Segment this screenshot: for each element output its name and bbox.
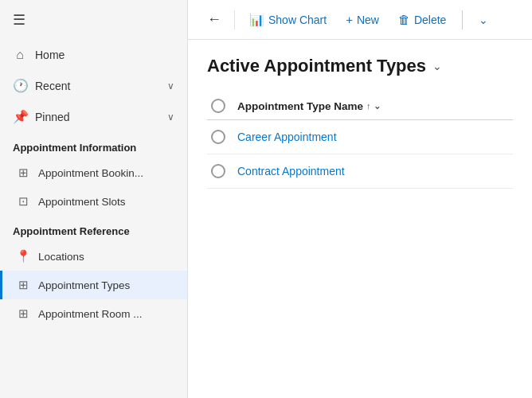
- select-all-checkbox[interactable]: [211, 99, 225, 113]
- sidebar-header: ☰: [0, 0, 187, 40]
- page-title: Active Appointment Types: [207, 56, 426, 76]
- sidebar-item-recent[interactable]: 🕐 Recent ∨: [0, 70, 187, 101]
- sidebar-item-appointment-slots[interactable]: ⊡ Appointment Slots: [0, 187, 187, 216]
- table-row: Career Appointment: [207, 120, 513, 154]
- sidebar-item-booking-label: Appointment Bookin...: [38, 167, 143, 179]
- booking-icon: ⊞: [16, 166, 30, 180]
- more-button[interactable]: ⌄: [471, 9, 496, 31]
- types-icon: ⊞: [16, 278, 30, 292]
- sidebar-item-locations-label: Locations: [38, 251, 84, 263]
- main-content: ← 📊 Show Chart + New 🗑 Delete ⌄ Active A…: [188, 0, 532, 398]
- career-appointment-link[interactable]: Career Appointment: [237, 131, 513, 143]
- back-button[interactable]: ←: [201, 8, 228, 31]
- pin-icon: 📌: [13, 109, 27, 124]
- show-chart-button[interactable]: 📊 Show Chart: [241, 8, 334, 32]
- contract-appointment-link[interactable]: Contract Appointment: [237, 165, 513, 178]
- title-chevron-icon[interactable]: ⌄: [432, 60, 442, 72]
- column-name-header: Appointment Type Name ↑ ⌄: [237, 100, 513, 112]
- row-checkbox-col: [207, 164, 229, 178]
- sidebar-item-pinned-label: Pinned: [35, 111, 70, 123]
- toolbar-separator: [462, 10, 463, 29]
- room-icon: ⊞: [16, 306, 30, 321]
- row-checkbox-col: [207, 130, 229, 144]
- sidebar-item-room-label: Appointment Room ...: [38, 308, 143, 320]
- chevron-down-icon: ∨: [167, 111, 174, 123]
- slots-icon: ⊡: [16, 194, 30, 209]
- clock-icon: 🕐: [13, 78, 27, 93]
- toolbar: ← 📊 Show Chart + New 🗑 Delete ⌄: [188, 0, 532, 40]
- home-icon: ⌂: [13, 48, 27, 62]
- table-header: Appointment Type Name ↑ ⌄: [207, 92, 513, 120]
- location-icon: 📍: [16, 249, 30, 263]
- sidebar: ☰ ⌂ Home 🕐 Recent ∨ 📌 Pinned ∨ Appointme…: [0, 0, 188, 398]
- sort-icon[interactable]: ↑ ⌄: [366, 101, 381, 111]
- new-button[interactable]: + New: [338, 8, 387, 31]
- hamburger-icon[interactable]: ☰: [13, 11, 25, 29]
- delete-button[interactable]: 🗑 Delete: [390, 8, 454, 31]
- row-checkbox[interactable]: [211, 130, 225, 144]
- trash-icon: 🗑: [398, 13, 410, 26]
- chevron-down-icon: ∨: [167, 80, 174, 92]
- sidebar-item-appointment-room[interactable]: ⊞ Appointment Room ...: [0, 299, 187, 328]
- header-checkbox-col: [207, 99, 229, 113]
- sidebar-item-slots-label: Appointment Slots: [38, 196, 126, 208]
- sidebar-nav: ⌂ Home 🕐 Recent ∨ 📌 Pinned ∨ Appointment…: [0, 40, 187, 328]
- chevron-down-icon: ⌄: [479, 14, 488, 26]
- table-row: Contract Appointment: [207, 154, 513, 189]
- plus-icon: +: [346, 13, 353, 26]
- sidebar-item-home[interactable]: ⌂ Home: [0, 40, 187, 70]
- row-checkbox[interactable]: [211, 164, 225, 178]
- section-appointment-information: Appointment Information: [0, 132, 187, 158]
- content-area: Active Appointment Types ⌄ Appointment T…: [188, 40, 532, 398]
- section-appointment-reference: Appointment Reference: [0, 216, 187, 242]
- sidebar-item-recent-label: Recent: [35, 80, 70, 92]
- chart-icon: 📊: [249, 13, 264, 27]
- sidebar-item-pinned[interactable]: 📌 Pinned ∨: [0, 101, 187, 132]
- sidebar-item-locations[interactable]: 📍 Locations: [0, 242, 187, 271]
- sidebar-item-home-label: Home: [35, 49, 65, 61]
- sidebar-item-appointment-types[interactable]: ⊞ Appointment Types: [0, 271, 187, 299]
- sidebar-item-appointment-booking[interactable]: ⊞ Appointment Bookin...: [0, 158, 187, 187]
- sidebar-item-types-label: Appointment Types: [38, 279, 130, 291]
- page-title-row: Active Appointment Types ⌄: [207, 56, 513, 76]
